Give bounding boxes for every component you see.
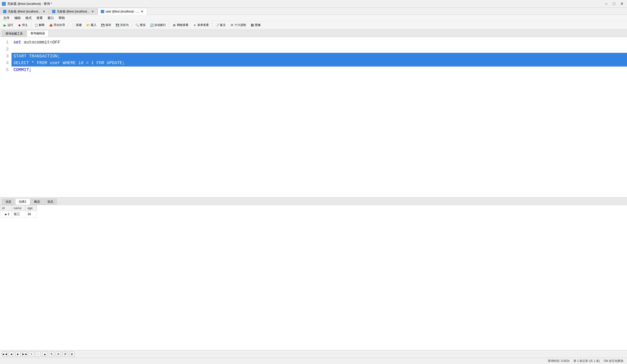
edit-button[interactable]: ✎ (49, 352, 54, 357)
tab-icon-1 (3, 10, 6, 13)
autowrap-icon: 🔄 (150, 23, 154, 27)
nav-next-button[interactable]: ► (15, 352, 21, 357)
grid-label: 网格查看 (177, 23, 188, 27)
load-button[interactable]: 📂 载入 (84, 22, 99, 29)
delete-row-button[interactable]: − (36, 352, 41, 357)
code-line-2 (11, 46, 627, 53)
form-label: 表单查看 (197, 23, 209, 27)
export-label: 导出向导 (53, 23, 65, 27)
tab-icon-3 (101, 10, 104, 13)
form-view-button[interactable]: ≡ 表单查看 (191, 22, 211, 29)
new-label: 新建 (76, 23, 82, 27)
image-icon: 🖼 (250, 23, 254, 27)
refresh-button[interactable]: ↺ (62, 352, 68, 357)
result-tab-result1[interactable]: 结果1 (15, 199, 30, 205)
find-button[interactable]: 🔍 查找 (133, 22, 147, 29)
tab-bar: 无标题 @test (localhost... ✕ 无标题 @test (loc… (0, 8, 627, 15)
image-label: 图像 (255, 23, 261, 27)
table-row[interactable]: ▶ 1 张三 18 (0, 211, 37, 217)
run-button[interactable]: ▶ 运行 (1, 22, 15, 29)
toolbar: ▶ 运行 ■ 停止 📋 解释 📤 导出向导 📄 新建 📂 载入 💾 保存 (0, 21, 627, 29)
add-row-button[interactable]: + (29, 352, 34, 357)
save-button[interactable]: 💾 保存 (99, 22, 113, 29)
nav-last-button[interactable]: ►► (22, 352, 27, 357)
cell-arrow: ▶ 1 (0, 211, 12, 217)
save-as-button[interactable]: 💾 另存为 (113, 22, 131, 29)
menu-file[interactable]: 文件 (1, 15, 12, 21)
connection-info: ON @五包豚条: (604, 359, 624, 363)
result-tabs: 信息 结果1 概况 状态 (0, 198, 627, 205)
maximize-button[interactable]: □ (611, 1, 617, 7)
note-button[interactable]: 📝 备注 (213, 22, 228, 29)
query-tabs: 查询创建工具 查询编辑器 (0, 29, 627, 37)
code-editor[interactable]: 1 2 3 4 5 set autocommit=OFF START TRANS… (0, 37, 627, 197)
window-title: 无标题 @test (localhost) - 查询 * (7, 2, 52, 6)
load-label: 载入 (91, 23, 97, 27)
result-tab-status[interactable]: 状态 (44, 199, 57, 205)
separator-3 (132, 23, 132, 28)
code-line-1: set autocommit=OFF (11, 39, 627, 46)
tab-2[interactable]: 无标题 @test (localhost... ✕ (49, 8, 98, 15)
query-tab-editor[interactable]: 查询编辑器 (27, 30, 49, 37)
status-bar: 查询时间: 0.002s 第 1 条记录 (共 1 条) ON @五包豚条: (0, 358, 627, 364)
result-tab-overview[interactable]: 概况 (31, 199, 44, 205)
export-button[interactable]: 📤 导出向导 (47, 22, 67, 29)
separator-4 (169, 23, 169, 28)
result-tab-info[interactable]: 信息 (2, 199, 15, 205)
bottom-toolbar: ◄◄ ◄ ► ►► + − ▲ ✎ ✕ ↺ ⊘ (0, 350, 627, 358)
find-label: 查找 (140, 23, 146, 27)
stop-button[interactable]: ■ 停止 (16, 22, 30, 29)
image-button[interactable]: 🖼 图像 (249, 22, 262, 29)
grid-view-button[interactable]: ⊞ 网格查看 (170, 22, 190, 29)
explain-button[interactable]: 📋 解释 (32, 22, 47, 29)
cancel-button[interactable]: ✕ (56, 352, 61, 357)
menu-view[interactable]: 查看 (34, 15, 45, 21)
cell-name: 张三 (11, 211, 25, 217)
result-table-container: id name age ▶ 1 张三 18 (0, 205, 627, 350)
move-up-button[interactable]: ▲ (42, 352, 48, 357)
minimize-button[interactable]: ─ (603, 1, 610, 7)
app-window: 无标题 @test (localhost) - 查询 * ─ □ ✕ 无标题 @… (0, 0, 627, 364)
autowrap-button[interactable]: 🔄 自动换行 (148, 22, 168, 29)
tab-3[interactable]: user @test (localhost) - ... ✕ (98, 8, 147, 15)
query-time: 查询时间: 0.002s (548, 359, 570, 363)
close-button[interactable]: ✕ (618, 1, 625, 7)
tab-label-1: 无标题 @test (localhost... (8, 10, 41, 14)
menu-edit[interactable]: 编辑 (12, 15, 23, 21)
grid-icon: ⊞ (172, 23, 176, 27)
menu-format[interactable]: 格式 (23, 15, 34, 21)
title-bar-controls: ─ □ ✕ (603, 1, 625, 7)
editor-area[interactable]: 1 2 3 4 5 set autocommit=OFF START TRANS… (0, 37, 627, 198)
run-icon: ▶ (3, 23, 7, 27)
clear-button[interactable]: ⊘ (69, 352, 74, 357)
query-tab-builder[interactable]: 查询创建工具 (2, 31, 26, 37)
nav-prev-button[interactable]: ◄ (9, 352, 14, 357)
tab-close-2[interactable]: ✕ (91, 10, 95, 13)
title-bar: 无标题 @test (localhost) - 查询 * ─ □ ✕ (0, 0, 627, 8)
result-table: id name age ▶ 1 张三 18 (0, 205, 37, 217)
new-button[interactable]: 📄 新建 (70, 22, 84, 29)
tab-1[interactable]: 无标题 @test (localhost... ✕ (0, 8, 49, 15)
save-as-icon: 💾 (115, 23, 119, 27)
hex-button[interactable]: 16 十六进制 (228, 22, 248, 29)
tab-close-1[interactable]: ✕ (42, 10, 46, 13)
title-bar-left: 无标题 @test (localhost) - 查询 * (2, 2, 52, 6)
find-icon: 🔍 (135, 23, 139, 27)
nav-first-button[interactable]: ◄◄ (2, 352, 7, 357)
save-as-label: 另存为 (120, 23, 129, 27)
save-icon: 💾 (101, 23, 105, 27)
autowrap-label: 自动换行 (154, 23, 166, 27)
col-header-age: age (25, 205, 37, 211)
menu-help[interactable]: 帮助 (56, 15, 67, 21)
stop-icon: ■ (17, 23, 21, 27)
tab-label-2: 无标题 @test (localhost... (57, 10, 90, 14)
run-label: 运行 (7, 23, 13, 27)
separator-5 (212, 23, 212, 28)
menu-bar: 文件 编辑 格式 查看 窗口 帮助 (0, 15, 627, 21)
cell-age: 18 (25, 211, 37, 217)
code-content[interactable]: set autocommit=OFF START TRANSACTION; SE… (11, 39, 627, 196)
col-header-name: name (11, 205, 25, 211)
menu-window[interactable]: 窗口 (45, 15, 56, 21)
code-line-3: START TRANSACTION; (11, 53, 627, 60)
tab-close-3[interactable]: ✕ (140, 10, 144, 13)
